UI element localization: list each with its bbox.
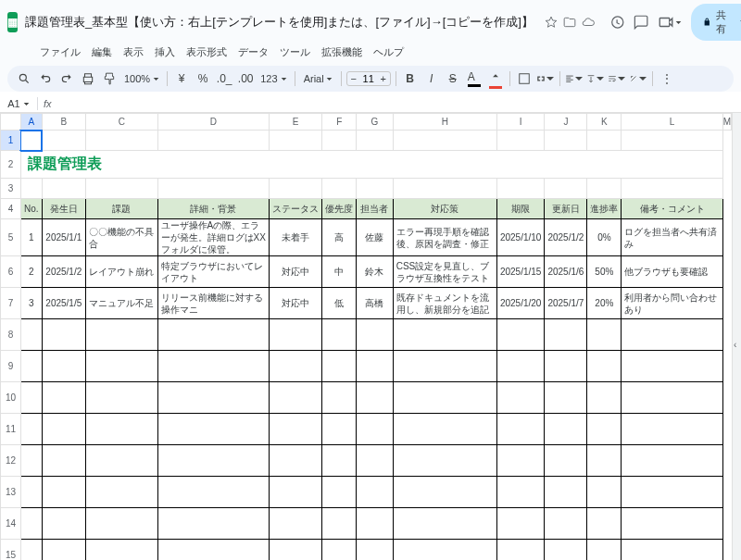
cell[interactable]: 高橋 (357, 288, 393, 319)
row-header[interactable]: 5 (1, 219, 21, 256)
menu-edit[interactable]: 編集 (87, 43, 117, 62)
cell[interactable]: レイアウト崩れ (86, 256, 157, 288)
cell[interactable]: 2025/1/7 (545, 288, 587, 319)
cell[interactable]: 2025/1/2 (42, 256, 86, 288)
menu-tools[interactable]: ツール (275, 43, 315, 62)
cell[interactable]: 50% (587, 256, 622, 288)
sheets-logo[interactable]: ▦ (7, 12, 18, 32)
col-header[interactable]: M (722, 114, 731, 131)
col-header[interactable]: G (357, 114, 393, 131)
row-header[interactable]: 9 (1, 351, 21, 382)
undo-icon[interactable] (36, 69, 55, 88)
menu-insert[interactable]: 挿入 (150, 43, 180, 62)
row-header[interactable]: 4 (1, 199, 21, 219)
borders-button[interactable] (515, 69, 534, 88)
text-color-button[interactable]: A (465, 69, 484, 88)
col-header[interactable]: H (393, 114, 496, 131)
document-title[interactable]: 課題管理表_基本型【使い方：右上[テンプレートを使用]または、[ファイル]→[コ… (25, 14, 534, 31)
strikethrough-button[interactable]: S (444, 69, 462, 88)
col-header[interactable]: E (270, 114, 322, 131)
name-box[interactable]: A1 (0, 98, 37, 109)
table-header[interactable]: 発生日 (42, 199, 86, 219)
folder-icon[interactable] (563, 16, 576, 29)
col-header[interactable]: B (42, 114, 86, 131)
cell[interactable]: 対応中 (270, 256, 322, 288)
cell[interactable]: ユーザ操作Aの際、エラーが発生。詳細ログはXXフォルダに保管。 (157, 219, 270, 256)
cell[interactable]: 3 (20, 288, 42, 319)
row-header[interactable]: 14 (1, 508, 21, 540)
font-size-plus[interactable]: + (377, 72, 390, 85)
col-header[interactable]: J (545, 114, 587, 131)
cell[interactable]: 低 (322, 288, 357, 319)
menu-help[interactable]: ヘルプ (369, 43, 408, 62)
table-header[interactable]: 対応策 (393, 199, 496, 219)
table-header[interactable]: 進捗率 (587, 199, 622, 219)
cell[interactable]: 2025/1/5 (42, 288, 86, 319)
history-icon[interactable] (609, 14, 624, 31)
share-button[interactable]: 共有 (691, 4, 741, 41)
row-header[interactable]: 6 (1, 256, 21, 288)
col-header[interactable]: I (496, 114, 545, 131)
cell[interactable]: 2025/1/10 (496, 219, 545, 256)
cell[interactable]: 佐藤 (357, 219, 393, 256)
cell[interactable]: 他ブラウザも要確認 (622, 256, 722, 288)
cell[interactable]: 鈴木 (357, 256, 393, 288)
formula-input[interactable] (57, 98, 741, 109)
spreadsheet-grid[interactable]: A B C D E F G H I J K L M 1 2課題管理表 3 4 N… (0, 113, 732, 560)
cell[interactable]: 20% (587, 288, 622, 319)
cell[interactable]: 2025/1/6 (545, 256, 587, 288)
cell[interactable]: 特定ブラウザにおいてレイアウト (157, 256, 270, 288)
cell[interactable]: 2025/1/20 (496, 288, 545, 319)
redo-icon[interactable] (57, 69, 76, 88)
cell[interactable]: 0% (587, 219, 622, 256)
bold-button[interactable]: B (401, 69, 420, 88)
cell[interactable] (20, 131, 42, 151)
col-header[interactable]: K (587, 114, 622, 131)
cell[interactable]: 〇〇機能の不具合 (86, 219, 157, 256)
table-header[interactable]: 備考・コメント (622, 199, 722, 219)
wrap-button[interactable] (608, 69, 626, 88)
row-header[interactable]: 7 (1, 288, 21, 319)
currency-icon[interactable]: ¥ (172, 69, 191, 88)
cloud-icon[interactable] (582, 16, 595, 29)
cell[interactable]: リリース前機能に対する操作マニ (157, 288, 270, 319)
cell[interactable]: CSS設定を見直し、ブラウザ互換性をテスト (393, 256, 496, 288)
font-size-minus[interactable]: − (347, 72, 360, 85)
menu-data[interactable]: データ (233, 43, 273, 62)
increase-decimal-icon[interactable]: .00 (236, 69, 255, 88)
col-header[interactable]: A (20, 114, 42, 131)
menu-view[interactable]: 表示 (119, 43, 148, 62)
cell[interactable]: 既存ドキュメントを流用し、新規部分を追記 (393, 288, 496, 319)
col-header[interactable]: C (86, 114, 157, 131)
row-header[interactable]: 8 (1, 319, 21, 351)
comment-icon[interactable] (634, 14, 648, 31)
table-header[interactable]: No. (20, 199, 42, 219)
cell[interactable]: マニュアル不足 (86, 288, 157, 319)
table-header[interactable]: 更新日 (545, 199, 587, 219)
row-header[interactable]: 1 (1, 131, 21, 151)
col-header[interactable]: L (622, 114, 722, 131)
star-icon[interactable] (545, 16, 558, 29)
cell[interactable]: 高 (322, 219, 357, 256)
cell[interactable]: エラー再現手順を確認後、原因を調査・修正 (393, 219, 496, 256)
row-header[interactable]: 13 (1, 477, 21, 508)
cell[interactable]: 対応中 (270, 288, 322, 319)
cell[interactable]: 中 (322, 256, 357, 288)
row-header[interactable]: 12 (1, 445, 21, 477)
col-header[interactable]: D (157, 114, 270, 131)
paint-format-icon[interactable] (100, 69, 119, 88)
cell[interactable]: 2025/1/1 (42, 219, 86, 256)
valign-button[interactable] (586, 69, 605, 88)
table-header[interactable]: 優先度 (322, 199, 357, 219)
italic-button[interactable]: I (422, 69, 441, 88)
cell[interactable] (20, 319, 42, 351)
cell[interactable]: 2 (20, 256, 42, 288)
fill-color-button[interactable] (486, 69, 505, 88)
meet-icon[interactable] (658, 14, 682, 31)
font-select[interactable]: Arial (300, 73, 336, 84)
font-size-input[interactable] (360, 73, 377, 84)
table-header[interactable]: 期限 (496, 199, 545, 219)
row-header[interactable]: 10 (1, 382, 21, 414)
row-header[interactable]: 15 (1, 540, 21, 561)
format-number-select[interactable]: 123 (257, 73, 289, 84)
